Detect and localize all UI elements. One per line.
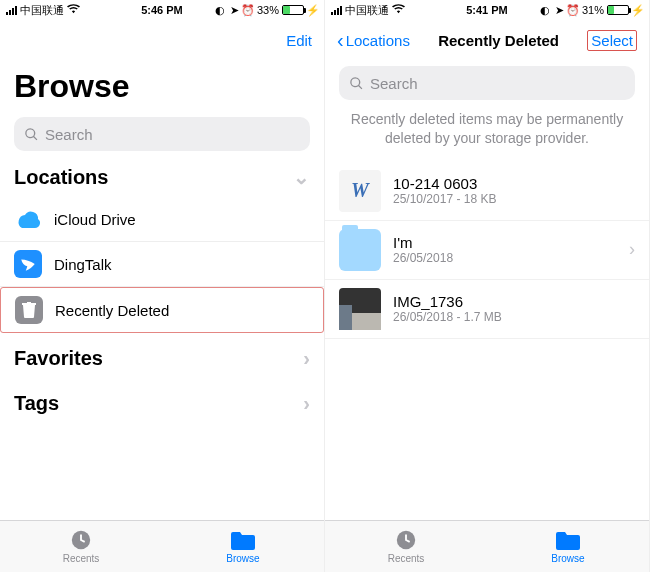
file-name: 10-214 0603 — [393, 175, 635, 192]
tabbar: Recents Browse — [325, 520, 649, 572]
file-name: I'm — [393, 234, 617, 251]
tags-header[interactable]: Tags › — [0, 378, 324, 423]
wifi-icon — [67, 4, 80, 16]
location-recently-deleted[interactable]: Recently Deleted — [0, 287, 324, 333]
tab-label: Browse — [551, 553, 584, 564]
location-dingtalk[interactable]: DingTalk — [0, 242, 324, 287]
select-button[interactable]: Select — [587, 30, 637, 51]
search-input[interactable]: Search — [14, 117, 310, 151]
locations-label: Locations — [14, 166, 108, 189]
phone-recently-deleted: 中国联通 5:41 PM ◐ ➤ ⏰ 31% ⚡ ‹ Locations Rec… — [325, 0, 650, 572]
content: Search Recently deleted items may be per… — [325, 60, 649, 572]
folder-thumb — [339, 229, 381, 271]
back-label: Locations — [346, 32, 410, 49]
dnd-icon: ◐ — [215, 5, 226, 16]
favorites-header[interactable]: Favorites › — [0, 333, 324, 378]
status-bar: 中国联通 5:41 PM ◐ ➤ ⏰ 31% ⚡ — [325, 0, 649, 20]
search-icon — [24, 127, 39, 142]
battery-pct: 33% — [257, 4, 279, 16]
battery-icon — [282, 5, 304, 15]
clock-icon — [394, 529, 418, 551]
status-time: 5:46 PM — [141, 4, 183, 16]
back-button[interactable]: ‹ Locations — [337, 30, 410, 50]
image-thumb — [339, 288, 381, 330]
charging-icon: ⚡ — [632, 5, 643, 16]
alarm-icon: ⏰ — [243, 5, 254, 16]
navbar: ‹ Locations Recently Deleted Select — [325, 20, 649, 60]
locations-header[interactable]: Locations ⌄ — [0, 151, 324, 197]
signal-icon — [331, 5, 342, 15]
location-label: Recently Deleted — [55, 302, 309, 319]
folder-icon — [231, 529, 255, 551]
chevron-down-icon: ⌄ — [293, 165, 310, 189]
location-icloud[interactable]: iCloud Drive — [0, 197, 324, 242]
dnd-icon: ◐ — [540, 5, 551, 16]
chevron-right-icon: › — [629, 239, 635, 260]
clock-icon — [69, 529, 93, 551]
file-row[interactable]: I'm 26/05/2018 › — [325, 221, 649, 280]
favorites-label: Favorites — [14, 347, 103, 370]
content: Browse Search Locations ⌄ iCloud Drive D… — [0, 60, 324, 572]
signal-icon — [6, 5, 17, 15]
charging-icon: ⚡ — [307, 5, 318, 16]
tab-browse[interactable]: Browse — [487, 521, 649, 572]
file-meta: 25/10/2017 - 18 KB — [393, 192, 635, 206]
chevron-right-icon: › — [303, 347, 310, 370]
trash-icon — [15, 296, 43, 324]
tabbar: Recents Browse — [0, 520, 324, 572]
tab-recents[interactable]: Recents — [0, 521, 162, 572]
location-label: DingTalk — [54, 256, 310, 273]
tab-label: Browse — [226, 553, 259, 564]
wifi-icon — [392, 4, 405, 16]
tab-label: Recents — [388, 553, 425, 564]
search-placeholder: Search — [45, 126, 93, 143]
chevron-left-icon: ‹ — [337, 30, 344, 50]
tab-recents[interactable]: Recents — [325, 521, 487, 572]
file-row[interactable]: W 10-214 0603 25/10/2017 - 18 KB — [325, 162, 649, 221]
search-icon — [349, 76, 364, 91]
navbar: Edit — [0, 20, 324, 60]
tags-label: Tags — [14, 392, 59, 415]
file-name: IMG_1736 — [393, 293, 635, 310]
search-input[interactable]: Search — [339, 66, 635, 100]
tab-label: Recents — [63, 553, 100, 564]
folder-icon — [556, 529, 580, 551]
file-row[interactable]: IMG_1736 26/05/2018 - 1.7 MB — [325, 280, 649, 339]
location-label: iCloud Drive — [54, 211, 310, 228]
carrier-label: 中国联通 — [345, 3, 389, 18]
status-bar: 中国联通 5:46 PM ◐ ➤ ⏰ 33% ⚡ — [0, 0, 324, 20]
chevron-right-icon: › — [303, 392, 310, 415]
phone-browse: 中国联通 5:46 PM ◐ ➤ ⏰ 33% ⚡ Edit Browse Sea… — [0, 0, 325, 572]
dingtalk-icon — [14, 250, 42, 278]
doc-thumb: W — [339, 170, 381, 212]
location-icon: ➤ — [229, 5, 240, 16]
page-title: Browse — [0, 60, 324, 117]
page-title: Recently Deleted — [438, 32, 559, 49]
tab-browse[interactable]: Browse — [162, 521, 324, 572]
deleted-notice: Recently deleted items may be permanentl… — [325, 100, 649, 162]
file-meta: 26/05/2018 — [393, 251, 617, 265]
edit-button[interactable]: Edit — [286, 32, 312, 49]
status-time: 5:41 PM — [466, 4, 508, 16]
search-placeholder: Search — [370, 75, 418, 92]
location-icon: ➤ — [554, 5, 565, 16]
cloud-icon — [14, 205, 42, 233]
alarm-icon: ⏰ — [568, 5, 579, 16]
carrier-label: 中国联通 — [20, 3, 64, 18]
battery-icon — [607, 5, 629, 15]
battery-pct: 31% — [582, 4, 604, 16]
file-meta: 26/05/2018 - 1.7 MB — [393, 310, 635, 324]
